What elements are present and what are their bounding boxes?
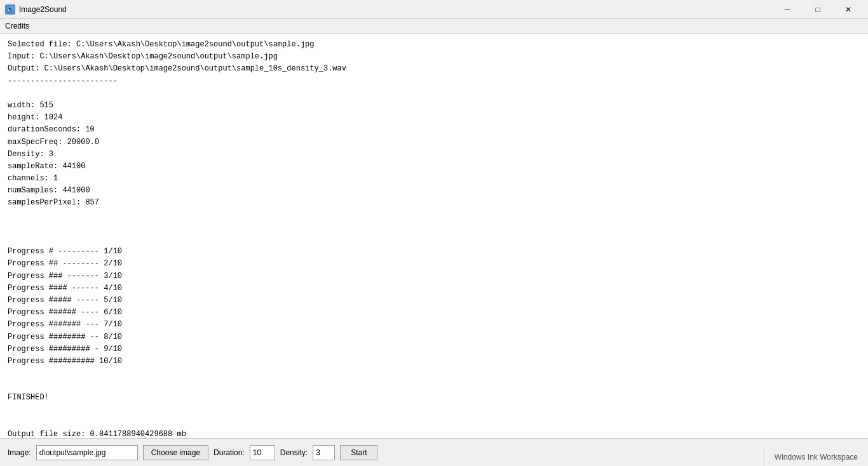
app-icon: 🔊 xyxy=(5,4,15,15)
window-title: Image2Sound xyxy=(19,5,67,14)
log-line: Progress ##### ----- 5/10 xyxy=(8,295,860,307)
log-line: samplesPerPixel: 857 xyxy=(8,197,860,209)
log-line: Output: C:\Users\Akash\Desktop\image2sou… xyxy=(8,63,860,75)
bottom-toolbar: Image: Choose image Duration: Density: S… xyxy=(0,438,868,466)
start-button[interactable]: Start xyxy=(340,445,377,460)
log-line: Progress ### ------- 3/10 xyxy=(8,270,860,283)
log-line: Progress ####### --- 7/10 xyxy=(8,319,860,331)
log-line: Progress ######### - 9/10 xyxy=(8,343,860,356)
ink-workspace: Windows Ink Workspace xyxy=(764,448,868,466)
minimize-button[interactable]: ─ xyxy=(773,0,802,19)
image-label: Image: xyxy=(8,448,31,457)
density-label: Density: xyxy=(280,448,308,457)
log-line: Progress ###### ---- 6/10 xyxy=(8,307,860,319)
credits-bar: Credits xyxy=(0,19,868,34)
credits-label: Credits xyxy=(5,22,29,30)
log-line: numSamples: 441000 xyxy=(8,185,860,197)
log-line xyxy=(8,416,860,429)
log-line: width: 515 xyxy=(8,100,860,112)
log-line: channels: 1 xyxy=(8,173,860,185)
log-line: Progress ######## -- 8/10 xyxy=(8,331,860,343)
log-line: Output file size: 0.8411788940429688 mb xyxy=(8,429,860,438)
log-line xyxy=(8,88,860,100)
maximize-button[interactable]: □ xyxy=(803,0,832,19)
title-bar-left: 🔊 Image2Sound xyxy=(5,4,67,15)
log-line xyxy=(8,368,860,380)
log-line: maxSpecFreq: 20000.0 xyxy=(8,136,860,149)
log-line xyxy=(8,234,860,246)
log-line: Selected file: C:\Users\Akash\Desktop\im… xyxy=(8,39,860,51)
log-line: Progress # --------- 1/10 xyxy=(8,246,860,258)
window-controls: ─ □ ✕ xyxy=(773,0,863,19)
log-line: durationSeconds: 10 xyxy=(8,124,860,136)
log-line: ------------------------ xyxy=(8,76,860,88)
log-line: Progress ########## 10/10 xyxy=(8,356,860,368)
choose-image-button[interactable]: Choose image xyxy=(143,445,208,460)
log-line xyxy=(8,404,860,416)
duration-label: Duration: xyxy=(214,448,245,457)
log-line: Density: 3 xyxy=(8,149,860,161)
log-line: Progress #### ------ 4/10 xyxy=(8,283,860,295)
log-line: Progress ## -------- 2/10 xyxy=(8,258,860,270)
log-line xyxy=(8,222,860,234)
close-button[interactable]: ✕ xyxy=(834,0,863,19)
log-line xyxy=(8,210,860,222)
duration-input[interactable] xyxy=(250,445,275,460)
log-area: Selected file: C:\Users\Akash\Desktop\im… xyxy=(0,34,868,438)
density-input[interactable] xyxy=(313,445,335,460)
log-line: height: 1024 xyxy=(8,112,860,124)
title-bar: 🔊 Image2Sound ─ □ ✕ xyxy=(0,0,868,19)
image-input[interactable] xyxy=(36,445,138,460)
log-line xyxy=(8,380,860,392)
log-line: FINISHED! xyxy=(8,392,860,404)
log-line: sampleRate: 44100 xyxy=(8,161,860,173)
log-line: Input: C:\Users\Akash\Desktop\image2soun… xyxy=(8,51,860,63)
